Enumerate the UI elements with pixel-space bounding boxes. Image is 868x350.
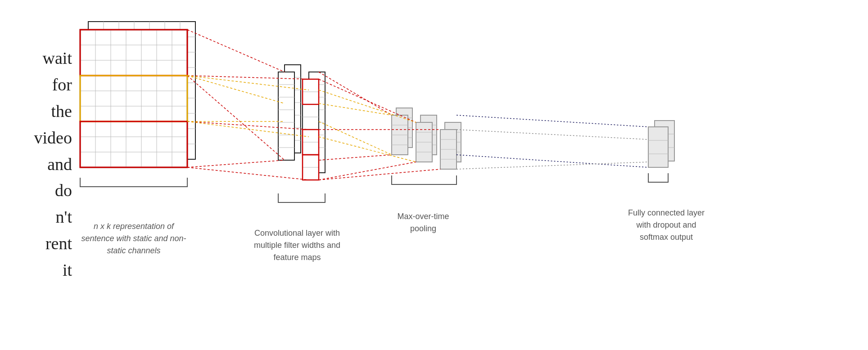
svg-line-100 [187,121,309,130]
svg-line-108 [319,79,416,122]
svg-line-112 [319,103,392,115]
diagram: waitforthevideoanddon'trentit [0,0,868,350]
svg-rect-0 [88,22,195,159]
svg-rect-78 [416,122,432,162]
svg-rect-86 [440,130,457,169]
svg-line-105 [187,121,309,137]
fc-label: Fully connected layerwith dropout andsof… [621,207,711,243]
pool-label: Max-over-timepooling [378,211,468,235]
sentence-text: waitforthevideoanddon'trentit [14,45,72,283]
svg-line-104 [187,76,309,90]
svg-rect-64 [303,155,319,180]
svg-rect-15 [80,30,187,167]
svg-rect-74 [420,115,437,155]
svg-rect-32 [80,121,187,167]
svg-rect-30 [80,30,187,76]
svg-rect-33 [285,65,301,153]
svg-rect-31 [80,76,187,121]
conv-label: Convolutional layer withmultiple filter … [252,227,342,264]
svg-line-96 [187,30,285,72]
svg-line-117 [457,155,648,167]
svg-line-101 [187,160,285,167]
svg-rect-63 [303,79,319,104]
svg-line-119 [457,162,648,169]
svg-rect-90 [655,121,674,161]
svg-line-113 [319,121,392,155]
svg-rect-55 [303,79,319,180]
svg-line-111 [319,169,440,180]
svg-line-99 [187,167,309,180]
svg-line-102 [187,76,285,103]
svg-rect-66 [396,108,412,148]
svg-rect-70 [392,115,408,155]
svg-line-118 [457,130,648,139]
svg-line-114 [319,90,416,122]
svg-rect-40 [278,72,294,160]
svg-rect-82 [445,122,461,162]
diagram-svg [0,0,868,350]
svg-line-109 [319,162,416,180]
svg-line-98 [187,76,309,79]
svg-rect-65 [303,130,319,155]
svg-line-107 [319,155,392,160]
input-label: n x k representation of sentence with st… [80,220,187,257]
svg-rect-47 [309,72,325,173]
svg-line-116 [457,115,648,127]
svg-line-115 [319,137,416,162]
svg-line-106 [319,72,392,115]
svg-line-97 [187,76,285,160]
svg-rect-93 [648,127,668,167]
